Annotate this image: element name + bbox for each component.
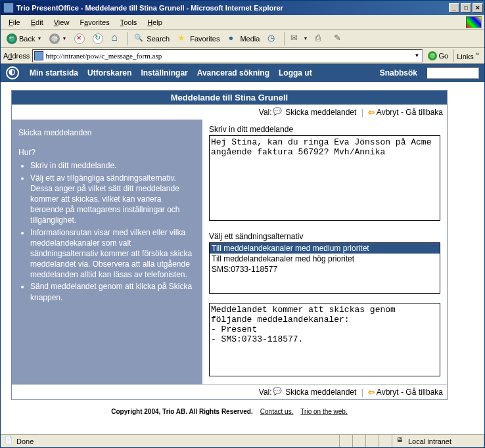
nav-installningar[interactable]: Inställningar [141, 68, 187, 78]
cancel-icon: ⇦ [368, 108, 375, 117]
address-input[interactable] [45, 52, 413, 60]
links-button[interactable]: Links » [453, 49, 482, 62]
document-icon [5, 437, 14, 446]
help-hur: Hur? [18, 147, 196, 158]
address-label: Address [3, 52, 30, 60]
menu-file[interactable]: File [3, 17, 26, 28]
print-button[interactable] [312, 32, 329, 46]
zone-text: Local intranet [408, 437, 451, 445]
back-icon [7, 34, 17, 44]
favorites-button[interactable]: Favorites [174, 32, 223, 46]
refresh-button[interactable] [89, 32, 106, 46]
help-item: Sänd meddelandet genom att klicka på Ski… [30, 281, 196, 302]
close-button[interactable]: ✕ [473, 3, 483, 12]
media-label: Media [240, 35, 260, 43]
nav-logga-ut[interactable]: Logga ut [279, 68, 312, 78]
menu-favorites[interactable]: Favorites [74, 17, 114, 28]
media-button[interactable]: Media [224, 32, 263, 46]
help-item: Skriv in ditt meddelande. [30, 160, 196, 171]
menu-help[interactable]: Help [142, 17, 168, 28]
media-icon [227, 34, 238, 44]
forward-icon [49, 34, 60, 44]
message-panel: Meddelande till Stina Grunell Val: Skick… [11, 90, 448, 400]
separator [284, 32, 285, 45]
history-icon [267, 34, 278, 44]
go-label: Go [438, 52, 448, 60]
send-link[interactable]: Skicka meddelandet [285, 388, 356, 397]
panel-title: Meddelande till Stina Grunell [12, 91, 447, 104]
favorites-label: Favorites [190, 35, 219, 43]
mail-button[interactable]: ▼ [287, 32, 311, 46]
content-area: Min startsida Utforskaren Inställningar … [1, 64, 484, 434]
alt-option[interactable]: Till meddelandekanaler med hög prioritet [210, 254, 440, 264]
maximize-button[interactable]: □ [461, 3, 471, 12]
address-input-wrap[interactable]: ▼ [32, 49, 423, 62]
alt-label: Välj ett sändningsalternativ [209, 232, 440, 241]
menu-tools[interactable]: Tools [115, 17, 143, 28]
help-heading: Skicka meddelanden [18, 127, 196, 138]
refresh-icon [93, 34, 103, 44]
message-label: Skriv in ditt meddelande [209, 125, 440, 134]
ie-logo-icon [466, 16, 482, 28]
minimize-button[interactable]: _ [449, 3, 459, 12]
send-icon [274, 109, 283, 117]
alt-listbox[interactable]: Till meddelandekanaler med medium priori… [209, 242, 440, 294]
address-bar: Address ▼ Go Links » [1, 48, 484, 64]
stop-button[interactable] [71, 32, 88, 46]
page-icon [34, 51, 43, 60]
app-nav: Min startsida Utforskaren Inställningar … [1, 64, 484, 82]
chevron-down-icon: ▼ [62, 36, 66, 41]
edit-icon [334, 34, 344, 44]
go-button[interactable]: Go [425, 50, 451, 62]
toolbar: Back ▼ ▼ Search Favorites Media ▼ [1, 30, 484, 48]
history-button[interactable] [264, 32, 281, 46]
nav-sokning[interactable]: Avancerad sökning [197, 68, 269, 78]
nav-startsida[interactable]: Min startsida [30, 68, 78, 78]
help-item: Informationsrutan visar med vilken eller… [30, 227, 196, 280]
search-button[interactable]: Search [131, 32, 173, 46]
status-zone: Local intranet [392, 435, 484, 447]
back-button[interactable]: Back ▼ [3, 32, 45, 46]
statusbar: Done Local intranet [1, 434, 484, 447]
window-title: Trio PresentOffice - Meddelande till Sti… [16, 4, 449, 12]
status-slot [353, 435, 366, 447]
chevron-down-icon[interactable]: ▼ [413, 53, 421, 58]
nav-utforskaren[interactable]: Utforskaren [87, 68, 131, 78]
info-textarea: Meddelandet kommer att skickas genom föl… [209, 303, 440, 376]
forward-button[interactable]: ▼ [46, 32, 70, 46]
search-icon [134, 34, 145, 44]
edit-button[interactable] [331, 32, 348, 46]
form-column: Skriv in ditt meddelande Välj ett sändni… [202, 120, 447, 384]
cancel-link[interactable]: Avbryt - Gå tillbaka [377, 108, 443, 117]
help-column: Skicka meddelanden Hur? Skriv in ditt me… [12, 120, 202, 384]
home-button[interactable] [108, 32, 125, 46]
help-list: Skriv in ditt meddelande. Välj ett av ti… [18, 160, 196, 302]
trio-web-link[interactable]: Trio on the web. [300, 408, 347, 415]
action-bar-top: Val: Skicka meddelandet | ⇦ Avbryt - Gå … [12, 104, 447, 120]
message-textarea[interactable] [209, 135, 440, 221]
menu-edit[interactable]: Edit [26, 17, 49, 28]
star-icon [177, 34, 188, 44]
titlebar: Trio PresentOffice - Meddelande till Sti… [1, 1, 484, 15]
snabbsok-input[interactable] [427, 67, 479, 79]
alt-option[interactable]: SMS:0733-118577 [210, 264, 440, 275]
contact-link[interactable]: Contact us. [260, 408, 294, 415]
go-icon [428, 51, 437, 60]
links-label: Links [457, 53, 474, 60]
cancel-link[interactable]: Avbryt - Gå tillbaka [377, 388, 443, 397]
status-text: Done [16, 437, 34, 445]
mail-icon [290, 34, 301, 44]
status-main: Done [1, 435, 340, 447]
val-label: Val: [259, 388, 272, 397]
menu-view[interactable]: View [49, 17, 75, 28]
app-icon [3, 3, 14, 13]
alt-option[interactable]: Till meddelandekanaler med medium priori… [210, 243, 440, 254]
separator [127, 32, 128, 45]
home-icon [111, 34, 122, 44]
back-label: Back [19, 35, 35, 43]
copyright: Copyright 2004, Trio AB. All Rights Rese… [111, 408, 252, 415]
status-slot [340, 435, 353, 447]
send-icon [274, 389, 283, 397]
intranet-icon [396, 437, 405, 446]
send-link[interactable]: Skicka meddelandet [285, 108, 356, 117]
